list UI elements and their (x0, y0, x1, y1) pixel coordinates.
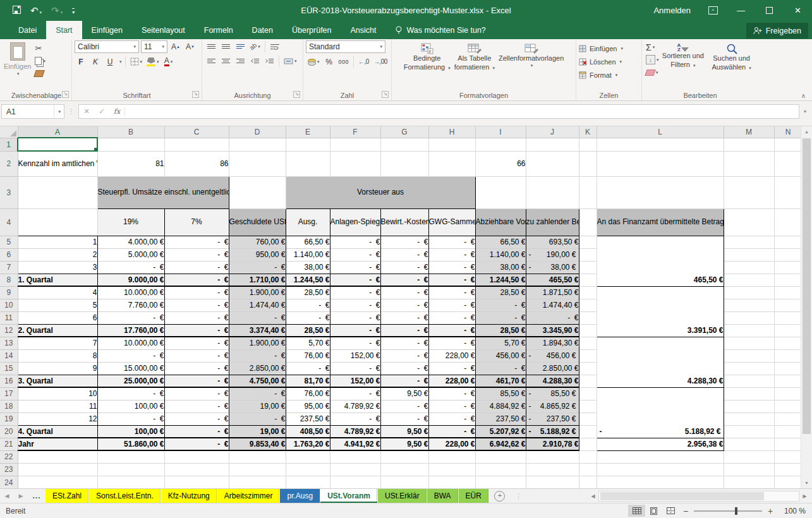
cell-G8[interactable]: - € (380, 274, 428, 286)
col-header-D[interactable]: D (229, 126, 286, 138)
cell-I6[interactable]: 1.140,00 € (475, 248, 526, 261)
cell-J7[interactable]: -38,00 € (526, 261, 579, 274)
col-header-G[interactable]: G (380, 126, 428, 138)
cell-M23[interactable] (724, 463, 774, 476)
cell-K16[interactable] (579, 375, 597, 387)
cell-N12[interactable] (774, 324, 801, 337)
increase-decimal-button[interactable]: ←,0 (357, 56, 370, 68)
insert-cells-button[interactable]: Einfügen▾ (579, 42, 623, 54)
paste-button[interactable]: Einfügen▾ (4, 40, 31, 77)
cell-A16[interactable]: 3. Quartal (18, 375, 97, 387)
cell-F24[interactable] (330, 476, 380, 488)
cell-E9[interactable]: 28,50 € (286, 286, 330, 299)
cell-F18[interactable]: 4.789,92 € (330, 400, 380, 413)
row-header-7[interactable]: 7 (0, 261, 18, 274)
cell-E11[interactable]: - € (286, 311, 330, 324)
cell-I13[interactable]: 5,70 € (475, 337, 526, 349)
cell-H1[interactable] (428, 138, 475, 151)
fill-handle[interactable] (94, 147, 97, 151)
row-header-16[interactable]: 16 (0, 375, 18, 387)
cell-G16[interactable]: - € (380, 375, 428, 387)
cell-J8[interactable]: 465,50 € (526, 274, 579, 286)
row-header-12[interactable]: 12 (0, 324, 18, 337)
cell-C15[interactable]: - € (164, 362, 229, 375)
cell-B8[interactable]: 9.000,00 € (97, 274, 164, 286)
cell-H15[interactable]: - € (428, 362, 475, 375)
cell-H7[interactable]: - € (428, 261, 475, 274)
cancel-formula-button[interactable]: ✕ (79, 107, 94, 116)
cell-I2[interactable]: 66 (475, 151, 526, 176)
cell-J20[interactable]: -5.188,92 € (526, 425, 579, 438)
cell-H9[interactable]: - € (428, 286, 475, 299)
cell-K11[interactable] (579, 311, 597, 324)
cell-H22[interactable] (428, 450, 475, 463)
cell-H8[interactable]: - € (428, 274, 475, 286)
row-header-24[interactable]: 24 (0, 476, 18, 488)
cell-G19[interactable]: - € (380, 413, 428, 425)
col-header-H[interactable]: H (428, 126, 475, 138)
cell-A24[interactable] (18, 476, 97, 488)
cell-N11[interactable] (774, 311, 801, 324)
row-header-8[interactable]: 8 (0, 274, 18, 286)
cell-D8[interactable]: 1.710,00 € (229, 274, 286, 286)
accounting-format-button[interactable]: ▾ (306, 56, 321, 68)
cell-C1[interactable] (164, 138, 229, 151)
col-header-N[interactable]: N (774, 126, 801, 138)
cell-D20[interactable]: 19,00 € (229, 425, 286, 438)
cell-A7[interactable]: 3 (18, 261, 97, 274)
scroll-down-button[interactable]: ▼ (801, 478, 812, 488)
cell-J15[interactable]: 2.850,00 € (526, 362, 579, 375)
cell-D13[interactable]: 1.900,00 € (229, 337, 286, 349)
cell-J13[interactable]: 1.894,30 € (526, 337, 579, 349)
cell-M5[interactable] (724, 236, 774, 248)
col-header-K[interactable]: K (579, 126, 597, 138)
cell-G2[interactable] (380, 151, 428, 176)
cell-I10[interactable]: - € (475, 299, 526, 311)
cell-I21[interactable]: 6.942,62 € (475, 438, 526, 450)
cell-B9[interactable]: 10.000,00 € (97, 286, 164, 299)
cell-D16[interactable]: 4.750,00 € (229, 375, 286, 387)
cell-J23[interactable] (526, 463, 579, 476)
ribbon-tab-Seitenlayout[interactable]: Seitenlayout (132, 21, 195, 39)
increase-indent-button[interactable] (263, 55, 276, 67)
cell-J2[interactable] (526, 151, 579, 176)
cell-C7[interactable]: - € (164, 261, 229, 274)
cell-E17[interactable]: 76,00 € (286, 387, 330, 400)
col-label-geschuldete-ust[interactable]: Geschuldete USt. (229, 208, 286, 236)
insert-function-button[interactable]: fx (109, 107, 125, 116)
cell-B6[interactable]: 5.000,00 € (97, 248, 164, 261)
cell-L20[interactable]: -5.188,92 € (597, 425, 724, 438)
cell-D24[interactable] (229, 476, 286, 488)
find-select-button[interactable]: Suchen und Auswählen ▾ (707, 40, 756, 72)
cell-E15[interactable]: - € (286, 362, 330, 375)
ribbon-tab-Einfügen[interactable]: Einfügen (82, 21, 132, 39)
col-header-A[interactable]: A (18, 126, 97, 138)
cell-C24[interactable] (164, 476, 229, 488)
row-header-17[interactable]: 17 (0, 387, 18, 400)
cell-J24[interactable] (526, 476, 579, 488)
cell-K8[interactable] (579, 274, 597, 286)
col-header-I[interactable]: I (475, 126, 526, 138)
cell-E21[interactable]: 1.763,20 € (286, 438, 330, 450)
cell-A8[interactable]: 1. Quartal (18, 274, 97, 286)
cell-N17[interactable] (774, 387, 801, 400)
cell-B5[interactable]: 4.000,00 € (97, 236, 164, 248)
cell-J6[interactable]: -190,00 € (526, 248, 579, 261)
cell-A3[interactable] (18, 176, 97, 208)
cell-E20[interactable]: 408,50 € (286, 425, 330, 438)
copy-button[interactable]: ▾ (35, 56, 45, 66)
col-label-ausg[interactable]: Ausg. (286, 208, 330, 236)
row-header-14[interactable]: 14 (0, 349, 18, 362)
cell-A22[interactable] (18, 450, 97, 463)
cell-B1[interactable] (97, 138, 164, 151)
zoom-slider[interactable] (694, 510, 762, 512)
italic-button[interactable]: K (89, 56, 102, 68)
tell-me-box[interactable]: Was möchten Sie tun? (395, 21, 486, 39)
conditional-formatting-button[interactable]: ≠ Bedingte Formatierung ▾ (404, 40, 451, 72)
col-header-M[interactable]: M (724, 126, 774, 138)
font-size-select[interactable]: 11▾ (141, 40, 167, 53)
cell-D12[interactable]: 3.374,40 € (229, 324, 286, 337)
row-header-20[interactable]: 20 (0, 425, 18, 438)
cell-K9[interactable] (579, 286, 597, 299)
enter-formula-button[interactable]: ✓ (94, 107, 109, 116)
